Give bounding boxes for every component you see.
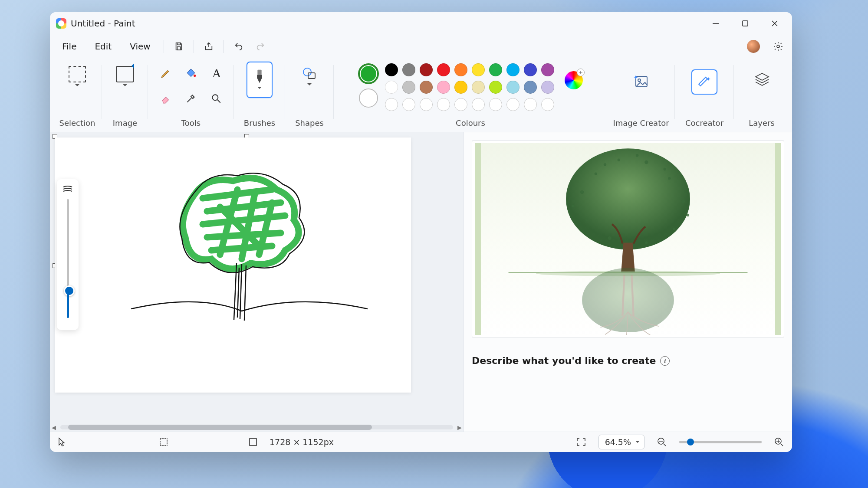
eraser-tool[interactable] (156, 88, 176, 108)
text-tool[interactable]: A (206, 63, 226, 83)
menu-view[interactable]: View (121, 38, 159, 55)
custom-colour-slot[interactable] (454, 98, 467, 111)
custom-colour-slot[interactable] (385, 98, 398, 111)
ribbon-group-layers: Layers (734, 58, 789, 132)
brush-size-slider[interactable] (67, 199, 69, 318)
svg-point-31 (664, 168, 666, 170)
zoom-in-button[interactable] (774, 437, 784, 447)
horizontal-scrollbar[interactable]: ◀ ▶ (50, 423, 464, 432)
drawing-canvas[interactable] (55, 138, 411, 393)
svg-point-9 (212, 95, 218, 100)
custom-colour-slot[interactable] (524, 98, 537, 111)
brush-tool[interactable] (247, 62, 273, 98)
settings-button[interactable] (768, 37, 789, 56)
colour-swatch[interactable] (489, 81, 502, 94)
svg-line-39 (664, 444, 666, 446)
fit-screen-icon[interactable] (576, 437, 586, 447)
custom-colour-slot[interactable] (506, 98, 519, 111)
custom-colour-slot[interactable] (489, 98, 502, 111)
magnifier-tool[interactable] (206, 88, 226, 108)
cocreator-button[interactable] (691, 69, 717, 95)
colour-swatch[interactable] (385, 63, 398, 76)
svg-rect-37 (250, 439, 256, 445)
colour-swatch[interactable] (420, 81, 433, 94)
custom-colour-slot[interactable] (437, 98, 450, 111)
colour-1-swatch[interactable] (358, 63, 379, 84)
maximize-button[interactable] (730, 12, 760, 35)
custom-colour-slot[interactable] (541, 98, 554, 111)
svg-point-28 (572, 205, 574, 207)
svg-point-17 (566, 148, 690, 249)
colour-swatch[interactable] (472, 81, 485, 94)
scroll-right-arrow[interactable]: ▶ (456, 424, 464, 431)
colour-swatch[interactable] (541, 81, 554, 94)
ribbon-group-tools: A Tools (148, 58, 234, 132)
colour-swatch[interactable] (402, 63, 415, 76)
shapes-tool[interactable] (299, 62, 320, 93)
save-button[interactable] (168, 37, 189, 56)
colour-swatch[interactable] (420, 63, 433, 76)
ribbon-label-shapes: Shapes (295, 118, 324, 128)
custom-colour-slot[interactable] (472, 98, 485, 111)
colour-swatch[interactable] (489, 63, 502, 76)
image-tool[interactable] (113, 62, 137, 93)
ribbon-toolbar: Selection Image A Tools (50, 58, 792, 132)
info-icon[interactable]: i (660, 356, 670, 366)
zoom-level-dropdown[interactable]: 64.5% (598, 435, 644, 449)
colour-swatch[interactable] (454, 81, 467, 94)
pencil-tool[interactable] (156, 63, 176, 83)
brush-size-slider-panel (57, 179, 79, 330)
svg-point-7 (194, 75, 196, 77)
svg-text:A: A (212, 67, 221, 80)
scroll-left-arrow[interactable]: ◀ (50, 424, 58, 431)
user-avatar[interactable] (747, 40, 760, 53)
image-creator-button[interactable] (629, 69, 653, 93)
ribbon-group-image-creator: Image Creator (607, 58, 675, 132)
zoom-out-button[interactable] (657, 437, 667, 447)
colour-swatch[interactable] (472, 63, 485, 76)
canvas-size-value: 1728 × 1152px (270, 437, 334, 447)
chevron-down-icon (307, 83, 312, 88)
share-button[interactable] (198, 37, 219, 56)
colour-swatch[interactable] (506, 63, 519, 76)
chevron-down-icon (75, 84, 79, 88)
svg-point-30 (636, 154, 638, 157)
ribbon-label-image: Image (113, 118, 137, 128)
custom-colour-slot[interactable] (402, 98, 415, 111)
custom-colour-slot[interactable] (420, 98, 433, 111)
redo-button[interactable] (250, 37, 271, 56)
edit-colours-button[interactable] (565, 71, 583, 89)
zoom-slider-thumb[interactable] (687, 439, 694, 445)
cocreator-preview[interactable] (472, 140, 784, 338)
selection-tool[interactable] (65, 62, 89, 93)
scrollbar-thumb[interactable] (68, 425, 372, 430)
colour-swatch[interactable] (385, 81, 398, 94)
svg-point-32 (687, 214, 689, 216)
colour-swatch[interactable] (541, 63, 554, 76)
undo-button[interactable] (228, 37, 249, 56)
ribbon-label-cocreator: Cocreator (685, 118, 723, 128)
menu-file[interactable]: File (53, 38, 85, 55)
zoom-slider[interactable] (679, 441, 762, 443)
minimize-button[interactable] (701, 12, 730, 35)
colour-swatch[interactable] (454, 63, 467, 76)
colour-2-swatch[interactable] (359, 88, 378, 108)
close-button[interactable] (760, 12, 789, 35)
svg-point-35 (582, 268, 674, 332)
slider-thumb[interactable] (64, 285, 75, 296)
colour-swatch[interactable] (506, 81, 519, 94)
canvas-drawing (55, 138, 411, 393)
colour-swatch[interactable] (437, 81, 450, 94)
colour-swatch[interactable] (402, 81, 415, 94)
separator (194, 40, 194, 53)
layers-button[interactable] (754, 72, 769, 85)
ribbon-group-cocreator: Cocreator (675, 58, 734, 132)
fill-tool[interactable] (181, 63, 201, 83)
eyedropper-tool[interactable] (181, 88, 201, 108)
menu-edit[interactable]: Edit (86, 38, 120, 55)
colour-swatch[interactable] (437, 63, 450, 76)
cocreator-prompt-row: Describe what you'd like to create i (472, 355, 784, 366)
colour-swatch[interactable] (524, 81, 537, 94)
colour-swatch[interactable] (524, 63, 537, 76)
ribbon-group-shapes: Shapes (285, 58, 334, 132)
